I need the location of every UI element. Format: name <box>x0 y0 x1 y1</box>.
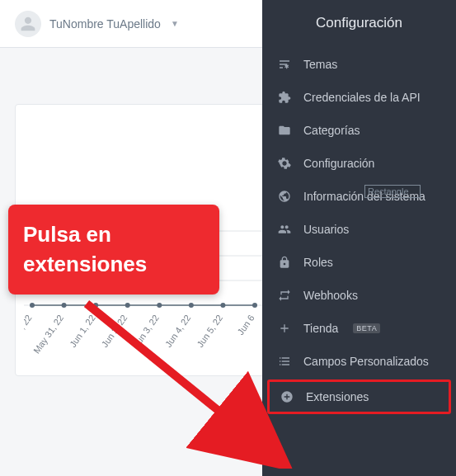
sidebar-item-usuarios[interactable]: Usuarios <box>262 213 456 246</box>
svg-text:Jun 3, 22: Jun 3, 22 <box>131 313 161 349</box>
sidebar-item-configuraci-n[interactable]: Configuración <box>262 147 456 180</box>
lock-icon <box>277 256 292 269</box>
settings-sidebar: Configuración TemasCredenciales de la AP… <box>262 0 456 476</box>
svg-text:Jun 6: Jun 6 <box>235 313 256 337</box>
user-icon <box>20 16 36 32</box>
svg-point-7 <box>125 303 130 308</box>
sidebar-item-label: Temas <box>303 58 337 71</box>
plus-circle-icon <box>280 390 294 403</box>
sidebar-item-campos-personalizados[interactable]: Campos Personalizados <box>262 345 456 378</box>
sidebar-item-informaci-n-del-sistema[interactable]: Información del sistema <box>262 180 456 213</box>
svg-text:Jun 1, 22: Jun 1, 22 <box>68 313 97 349</box>
svg-point-4 <box>30 303 35 308</box>
chevron-down-icon[interactable]: ▼ <box>171 19 179 28</box>
sidebar-item-label: Información del sistema <box>303 190 425 203</box>
chart-x-labels: May 30, 22May 31, 22Jun 1, 22Jun 2, 22Ju… <box>24 313 256 355</box>
user-name[interactable]: TuNombre TuApellido <box>49 17 161 31</box>
list-icon <box>277 355 292 368</box>
sidebar-item-tienda[interactable]: TiendaBETA <box>262 312 456 345</box>
sidebar-item-label: Roles <box>303 256 333 269</box>
svg-point-6 <box>93 303 98 308</box>
sidebar-item-label: Configuración <box>303 157 374 170</box>
svg-point-9 <box>189 303 194 308</box>
sidebar-item-extensiones[interactable]: Extensiones <box>267 379 451 414</box>
sidebar-item-label: Tienda <box>303 322 338 335</box>
cogs-icon <box>277 157 292 170</box>
svg-text:May 31, 22: May 31, 22 <box>31 313 65 355</box>
sidebar-item-temas[interactable]: Temas <box>262 48 456 81</box>
chart-series <box>30 303 257 308</box>
sidebar-item-roles[interactable]: Roles <box>262 246 456 279</box>
sidebar-title: Configuración <box>262 0 456 48</box>
users-icon <box>277 223 292 236</box>
svg-point-11 <box>252 303 257 308</box>
svg-point-8 <box>157 303 162 308</box>
folder-icon <box>277 124 292 137</box>
svg-text:Jun 5, 22: Jun 5, 22 <box>195 313 224 349</box>
sidebar-item-categor-as[interactable]: Categorías <box>262 114 456 147</box>
globe-icon <box>277 190 292 203</box>
sidebar-item-label: Usuarios <box>303 223 349 236</box>
sidebar-item-credenciales-de-la-api[interactable]: Credenciales de la API <box>262 81 456 114</box>
sidebar-item-label: Extensiones <box>306 390 369 403</box>
puzzle-icon <box>277 91 292 104</box>
plus-icon <box>277 322 292 335</box>
svg-point-5 <box>62 303 67 308</box>
beta-badge: BETA <box>353 323 380 333</box>
swap-icon <box>277 289 292 302</box>
sidebar-item-label: Campos Personalizados <box>303 355 429 368</box>
avatar[interactable] <box>15 11 41 37</box>
svg-text:Jun 2, 22: Jun 2, 22 <box>100 313 129 349</box>
svg-text:Jun 4, 22: Jun 4, 22 <box>163 313 193 349</box>
sidebar-menu: TemasCredenciales de la APICategoríasCon… <box>262 48 456 414</box>
callout-bubble: Pulsa en extensiones <box>8 205 219 295</box>
svg-point-10 <box>220 303 225 308</box>
sidebar-item-webhooks[interactable]: Webhooks <box>262 279 456 312</box>
sidebar-item-label: Credenciales de la API <box>303 91 421 104</box>
switches-icon <box>277 58 292 71</box>
sidebar-item-label: Webhooks <box>303 289 358 302</box>
sidebar-item-label: Categorías <box>303 124 360 137</box>
